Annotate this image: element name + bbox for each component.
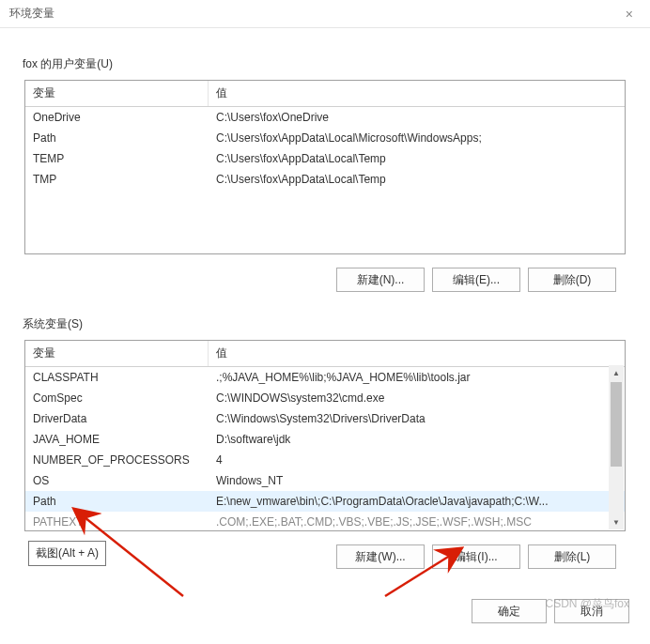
cell-value: C:\Users\fox\OneDrive [209, 109, 625, 126]
col-header-value[interactable]: 值 [209, 341, 625, 366]
cell-name: TEMP [25, 150, 209, 167]
cell-name: CLASSPATH [25, 369, 209, 386]
user-delete-button[interactable]: 删除(D) [528, 268, 616, 292]
sys-vars-scrollbar[interactable]: ▲ ▼ [609, 365, 624, 529]
table-row[interactable]: DriverDataC:\Windows\System32\Drivers\Dr… [25, 408, 625, 429]
sys-vars-body: CLASSPATH.;%JAVA_HOME%\lib;%JAVA_HOME%\l… [25, 367, 625, 530]
cell-value: C:\WINDOWS\system32\cmd.exe [209, 390, 625, 406]
table-row[interactable]: CLASSPATH.;%JAVA_HOME%\lib;%JAVA_HOME%\l… [25, 367, 625, 388]
sys-new-button[interactable]: 新建(W)... [336, 544, 425, 569]
user-vars-header: 变量 值 [25, 81, 625, 107]
sys-vars-grid: 变量 值 CLASSPATH.;%JAVA_HOME%\lib;%JAVA_HO… [24, 340, 626, 531]
sys-vars-buttons: 新建(W)... 编辑(I)... 删除(L) [17, 544, 616, 569]
table-row[interactable]: NUMBER_OF_PROCESSORS4 [25, 450, 625, 470]
table-row[interactable]: JAVA_HOMED:\software\jdk [25, 429, 625, 450]
col-header-name[interactable]: 变量 [25, 81, 209, 106]
cell-value: C:\Windows\System32\Drivers\DriverData [209, 410, 625, 427]
cell-value: .COM;.EXE;.BAT;.CMD;.VBS;.VBE;.JS;.JSE;.… [209, 514, 625, 530]
cell-name: Path [25, 130, 209, 146]
table-row[interactable]: TEMPC:\Users\fox\AppData\Local\Temp [25, 148, 625, 169]
user-edit-button[interactable]: 编辑(E)... [432, 268, 520, 292]
table-row[interactable]: ComSpecC:\WINDOWS\system32\cmd.exe [25, 388, 625, 408]
col-header-name[interactable]: 变量 [25, 341, 209, 366]
sys-delete-button[interactable]: 删除(L) [528, 544, 616, 569]
sys-edit-button[interactable]: 编辑(I)... [432, 544, 520, 569]
dialog-content: fox 的用户变量(U) 变量 值 OneDriveC:\Users\fox\O… [0, 28, 650, 578]
scroll-down-icon[interactable]: ▼ [609, 514, 624, 529]
ok-button[interactable]: 确定 [472, 599, 547, 623]
user-vars-body: OneDriveC:\Users\fox\OneDrivePathC:\User… [25, 107, 625, 253]
user-vars-grid: 变量 值 OneDriveC:\Users\fox\OneDrivePathC:… [24, 80, 626, 254]
sys-vars-label: 系统变量(S) [23, 316, 633, 332]
cell-value: 4 [209, 452, 625, 468]
scroll-up-icon[interactable]: ▲ [609, 365, 624, 380]
table-row[interactable]: PathC:\Users\fox\AppData\Local\Microsoft… [25, 128, 625, 148]
cell-value: C:\Users\fox\AppData\Local\Microsoft\Win… [209, 130, 625, 146]
cell-name: ComSpec [25, 390, 209, 406]
cell-name: TMP [25, 171, 209, 188]
user-vars-label: fox 的用户变量(U) [23, 56, 633, 72]
cell-value: .;%JAVA_HOME%\lib;%JAVA_HOME%\lib\tools.… [209, 369, 625, 386]
cell-name: PATHEXT [25, 514, 209, 530]
cell-name: NUMBER_OF_PROCESSORS [25, 452, 209, 468]
close-icon[interactable]: × [618, 5, 641, 23]
screenshot-tooltip: 截图(Alt + A) [28, 541, 106, 566]
table-row[interactable]: OneDriveC:\Users\fox\OneDrive [25, 107, 625, 128]
user-vars-buttons: 新建(N)... 编辑(E)... 删除(D) [17, 268, 616, 292]
cell-name: OneDrive [25, 109, 209, 126]
cell-name: OS [25, 472, 209, 489]
cell-value: Windows_NT [209, 472, 625, 489]
cell-name: JAVA_HOME [25, 431, 209, 448]
sys-vars-header: 变量 值 [25, 341, 625, 367]
window-titlebar: 环境变量 × [0, 0, 650, 28]
table-row[interactable]: PathE:\new_vmware\bin\;C:\ProgramData\Or… [25, 491, 625, 512]
col-header-value[interactable]: 值 [209, 81, 625, 106]
cell-value: C:\Users\fox\AppData\Local\Temp [209, 171, 625, 188]
watermark-text: CSDN @菜鸟fox [545, 596, 629, 612]
cell-value: D:\software\jdk [209, 431, 625, 448]
user-new-button[interactable]: 新建(N)... [336, 268, 425, 292]
cell-name: DriverData [25, 410, 209, 427]
table-row[interactable]: OSWindows_NT [25, 470, 625, 491]
window-title: 环境变量 [9, 6, 54, 22]
table-row[interactable]: TMPC:\Users\fox\AppData\Local\Temp [25, 169, 625, 190]
cell-value: E:\new_vmware\bin\;C:\ProgramData\Oracle… [209, 493, 625, 510]
cell-value: C:\Users\fox\AppData\Local\Temp [209, 150, 625, 167]
table-row[interactable]: PATHEXT.COM;.EXE;.BAT;.CMD;.VBS;.VBE;.JS… [25, 512, 625, 530]
cell-name: Path [25, 493, 209, 510]
scroll-thumb[interactable] [611, 382, 622, 467]
